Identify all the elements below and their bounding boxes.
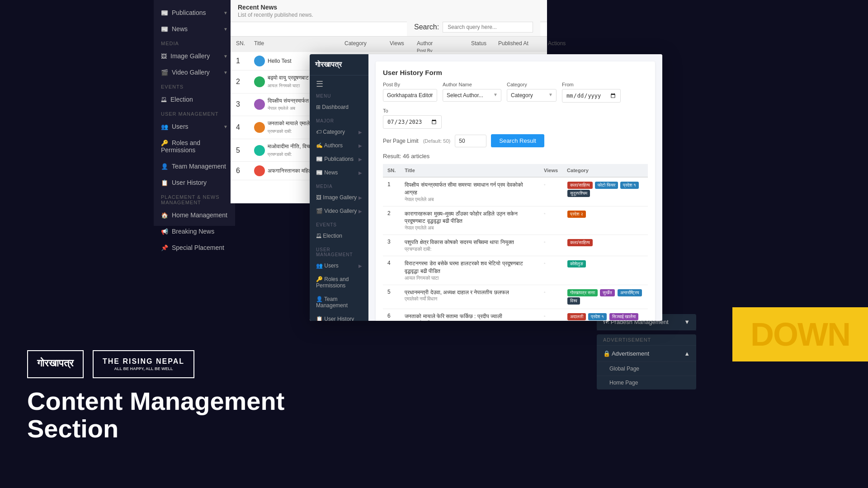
placement-section-label: PLACEMENT & NEWS MANAGEMENT [154,191,235,207]
search-input[interactable] [443,22,533,33]
sidebar-item-video-gallery[interactable]: 🎬Video Gallery ▼ [154,64,235,80]
home-mgmt-icon: 🏠 [161,212,168,219]
modal-main-content: User History Form Post By Gorkhapatra Ed… [368,54,662,321]
breaking-news-icon: 📢 [161,228,168,235]
search-result-button[interactable]: Search Result [491,134,544,147]
advertisement-section: ADVERTISEMENT 🔒 Advertisement ▲ Global P… [597,334,696,389]
authors-icon: ✍ [316,142,323,149]
nav-item-category[interactable]: 🏷 Category ▶ [310,125,368,139]
sidebar-item-breaking-news[interactable]: 📢Breaking News [154,223,235,239]
nav-item-users[interactable]: 👥 Users ▶ [310,259,368,272]
author-select-wrap: Select Author... [443,89,501,102]
nav-item-user-history[interactable]: 📋 User History [310,312,368,321]
team-icon: 👤 [161,163,168,170]
from-date-input[interactable] [562,89,621,103]
chevron-image2: ▶ [359,195,362,200]
author-select[interactable]: Select Author... [443,89,501,102]
search-label: Search: [414,23,439,31]
nav-item-election[interactable]: 🗳 Election [310,229,368,243]
chevron-publications2: ▶ [359,157,362,162]
publications-icon: 📰 [161,9,168,16]
chevron-news2: ▶ [359,170,362,175]
advertisement-item[interactable]: 🔒 Advertisement ▲ [597,345,696,361]
avatar [254,99,265,110]
nav-item-authors[interactable]: ✍ Authors ▶ [310,139,368,152]
result-row: 6 जनताको मायाले फेरि सतामा फर्किछ : प्रद… [383,309,648,321]
nav-section-user-mgmt: USER MANAGEMENT [310,243,368,259]
roles-icon2: 🔑 [316,276,323,282]
team-icon2: 👤 [316,296,323,302]
post-by-select-wrap: Gorkhapatra Editor [383,89,437,102]
video-gallery-icon: 🎬 [161,69,168,76]
nav-section-events: EVENTS [310,218,368,229]
down-banner: DOWN [732,307,868,361]
result-row: 2 कारागारहरूका मुख्य–मुख्य ठाँउका फोहोर … [383,206,648,235]
per-page-default: (Default: 50) [423,138,451,144]
post-by-select[interactable]: Gorkhapatra Editor [383,89,437,102]
sidebar-item-users[interactable]: 👥Users ▼ [154,118,235,135]
sidebar-item-election[interactable]: 🗳Election [154,91,235,108]
result-table: SN. Title Views Category 1 दिपक्षीय संयन… [383,164,648,321]
sidebar-item-home-mgmt[interactable]: 🏠Home Management [154,207,235,223]
user-mgmt-section-label: USER MANAGEMENT [154,108,235,118]
result-row: 3 पशुपति क्षेत्र विकास कोषको सदस्य सचिवम… [383,235,648,256]
nav-item-publications[interactable]: 📰 Publications ▶ [310,152,368,166]
users-icon: 👥 [161,123,168,130]
modal: गोरखापत्र ☰ MENU ⊞ Dashboard MAJOR 🏷 Cat… [310,54,662,321]
news-icon2: 📰 [316,169,323,176]
sidebar-item-team[interactable]: 👤Team Management [154,158,235,174]
adv-subitem-home[interactable]: Home Page [597,375,696,389]
to-date-input[interactable] [383,115,442,129]
adv-subitem-global[interactable]: Global Page [597,361,696,375]
nav-item-video-gallery[interactable]: 🎬 Video Gallery ▶ [310,204,368,218]
bottom-left-section: गोरखापत्र THE RISING NEPAL ALL BE HAPPY,… [27,350,284,443]
advertisement-label: ADVERTISEMENT [597,334,696,345]
sidebar-item-news[interactable]: 📰News ▼ [154,21,235,37]
modal-menu-btn[interactable]: ☰ [310,75,368,89]
form-group-to: To [383,108,442,129]
to-label: To [383,108,442,113]
video-icon: 🎬 [316,208,323,214]
sidebar-item-special-placement[interactable]: 📌Special Placement [154,239,235,256]
avatar [254,165,265,176]
logo-boxes: गोरखापत्र THE RISING NEPAL ALL BE HAPPY,… [27,350,284,378]
election-icon: 🗳 [161,96,167,103]
nav-item-roles[interactable]: 🔑 Roles and Permissions [310,272,368,292]
per-page-label: Per Page Limit [383,138,419,144]
result-col-title: Title [400,164,539,177]
per-page-input[interactable] [455,135,486,147]
nav-item-dashboard[interactable]: ⊞ Dashboard [310,100,368,114]
sidebar-item-roles[interactable]: 🔑Roles and Permissions [154,135,235,158]
left-sidebar: 📰Publications ▼ 📰News ▼ MEDIA 🖼Image Gal… [154,0,235,226]
publications-icon2: 📰 [316,156,323,162]
chevron-authors: ▶ [359,143,362,148]
result-row: 4 विराटनगरमा डेरा बसेके घरमा हालटरको शव … [383,256,648,285]
chevron-publications: ▼ [223,10,228,15]
events-section-label: EVENTS [154,80,235,91]
sidebar-item-image-gallery[interactable]: 🖼Image Gallery ▼ [154,48,235,64]
chevron-video: ▼ [223,70,228,75]
result-col-category: Category [562,164,648,177]
category-select[interactable]: Category [507,89,557,102]
form-group-from: From [562,82,621,103]
image-gallery-icon: 🖼 [161,53,167,60]
form-title: User History Form [383,69,648,76]
nav-item-team[interactable]: 👤 Team Management [310,292,368,312]
result-col-views: Views [539,164,562,177]
avatar [254,122,265,133]
avatar [254,56,265,66]
form-group-category: Category Category [507,82,557,103]
rising-nepal-logo-box: THE RISING NEPAL ALL BE HAPPY, ALL BE WE… [93,350,194,378]
sidebar-item-user-history[interactable]: 📋User History [154,174,235,191]
result-col-sn: SN. [383,164,400,177]
chevron-video2: ▶ [359,209,362,214]
per-page-row: Per Page Limit (Default: 50) Search Resu… [383,134,648,147]
adv-icon: 🔒 [603,350,610,357]
chevron-news: ▼ [223,27,228,32]
sidebar-item-publications[interactable]: 📰Publications ▼ [154,5,235,21]
nav-item-image-gallery[interactable]: 🖼 Image Gallery ▶ [310,191,368,204]
author-label: Author Name [443,82,501,87]
chevron-pradesh: ▼ [684,319,690,325]
modal-sidebar: गोरखापत्र ☰ MENU ⊞ Dashboard MAJOR 🏷 Cat… [310,54,368,321]
nav-item-news[interactable]: 📰 News ▶ [310,166,368,179]
